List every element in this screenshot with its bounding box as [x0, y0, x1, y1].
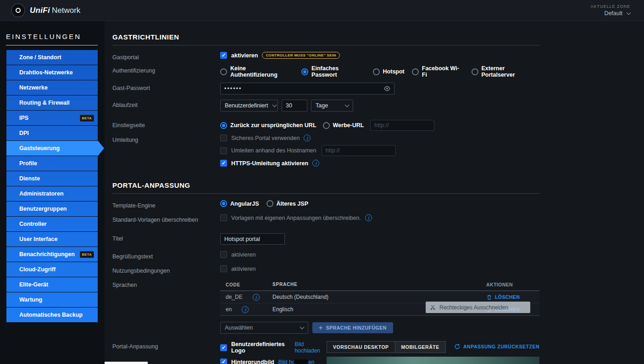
expiry-period-select[interactable]: Tage — [311, 100, 353, 112]
landing-radio-werbe-url[interactable] — [323, 122, 330, 129]
section-title-portal-anpassung: PORTAL-ANPASSUNG — [112, 181, 539, 189]
artifact-cutoff-element — [294, 359, 308, 364]
info-icon[interactable] — [365, 214, 372, 221]
field-label: Gast-Passwort — [112, 83, 220, 91]
portal-preview-image — [327, 357, 539, 364]
secure-portal-checkbox[interactable] — [220, 134, 227, 141]
row-template-engine: Template-Engine AngularJS Älteres JSP — [112, 200, 539, 209]
auth-radio-extern[interactable] — [472, 68, 478, 75]
info-icon[interactable] — [242, 306, 249, 313]
field-label: Umleitung — [112, 134, 220, 143]
row-umleitung: Umleitung Sicheres Portal verwenden Umle… — [112, 134, 539, 170]
reset-icon — [454, 343, 461, 350]
sidebar-item-elite-geraet[interactable]: Elite-Gerät — [6, 277, 98, 292]
sidebar-item-drahtlos-netzwerke[interactable]: Drahtlos-Netzwerke — [6, 65, 98, 80]
app-window: UniFiNetwork AKTUELLE ZONE Default EINST… — [0, 0, 644, 364]
languages-table-header: CODE SPRACHE AKTIONEN — [220, 280, 539, 291]
sidebar-item-dpi[interactable]: DPI — [6, 126, 98, 141]
override-templates-checkbox[interactable] — [220, 214, 227, 221]
field-label: Portal-Anpassung — [112, 341, 220, 350]
preview-mobile-button[interactable]: MOBILGERÄTE — [395, 341, 446, 353]
gastportal-checkbox[interactable] — [220, 52, 227, 59]
info-icon[interactable] — [304, 134, 311, 141]
sidebar-item-benutzergruppen[interactable]: Benutzergruppen — [6, 202, 98, 217]
field-label: Sprachen — [112, 280, 220, 288]
hostname-input[interactable] — [322, 145, 396, 156]
template-radio-jsp[interactable] — [266, 200, 273, 207]
hostname-redirect-checkbox[interactable] — [220, 147, 227, 154]
sidebar-item-zone-standort[interactable]: Zone / Standort — [6, 50, 98, 65]
expiry-unit-select[interactable]: Benutzerdefiniert — [220, 100, 278, 112]
field-label: Gastportal — [112, 52, 220, 61]
delete-language-button[interactable]: LÖSCHEN — [486, 294, 539, 300]
sidebar-item-ips[interactable]: IPSBETA — [6, 111, 98, 126]
guest-password-input[interactable] — [220, 83, 394, 95]
col-header-aktionen: AKTIONEN — [486, 282, 539, 287]
trash-icon — [486, 294, 492, 300]
preview-toggle: VORSCHAU DESKTOP MOBILGERÄTE — [327, 341, 446, 353]
sidebar-item-netzwerke[interactable]: Netzwerke — [6, 80, 98, 95]
terms-checkbox[interactable] — [220, 265, 227, 272]
row-titel: Titel — [112, 233, 539, 245]
background-image-checkbox[interactable] — [220, 358, 227, 364]
zone-value: Default — [604, 10, 622, 17]
sidebar-item-profile[interactable]: Profile — [6, 156, 98, 171]
reset-customization-button[interactable]: ANPASSUNG ZURÜCKSETZEN — [454, 343, 539, 350]
topbar: UniFiNetwork AKTUELLE ZONE Default — [0, 0, 644, 21]
sidebar-item-routing-firewall[interactable]: Routing & Firewall — [6, 95, 98, 111]
template-radio-angularjs[interactable] — [220, 200, 227, 207]
auth-radio-hotspot[interactable] — [373, 68, 380, 75]
sidebar-item-wartung[interactable]: Wartung — [6, 292, 98, 308]
auth-radio-passwort[interactable] — [301, 68, 308, 75]
sidebar-item-benachrichtigungen[interactable]: BenachrichtigungenBETA — [6, 247, 98, 262]
expiry-value-input[interactable] — [282, 100, 307, 112]
werbe-url-input[interactable] — [370, 120, 434, 131]
sidebar-item-user-interface[interactable]: User Interface — [6, 232, 98, 247]
preview-desktop-button[interactable]: VORSCHAU DESKTOP — [327, 341, 395, 353]
section-title-gastrichtlinien: GASTRICHTLINIEN — [112, 33, 539, 41]
row-portal-anpassung: Portal-Anpassung Benutzerdefiniertes Log… — [112, 341, 539, 364]
brand-primary: UniFi — [30, 6, 50, 15]
eye-icon[interactable] — [383, 85, 391, 94]
field-label: Nutzungsbedingungen — [112, 265, 220, 274]
info-icon[interactable] — [312, 160, 319, 167]
sidebar-item-controller[interactable]: Controller — [6, 217, 98, 232]
gastportal-checkbox-label: aktivieren — [231, 52, 258, 59]
sidebar-nav: Zone / Standort Drahtlos-Netzwerke Netzw… — [6, 50, 98, 323]
chevron-down-icon — [272, 103, 277, 107]
zone-selector: AKTUELLE ZONE Default — [590, 4, 630, 17]
row-begruessungstext: Begrüßungstext aktivieren — [112, 251, 539, 260]
sidebar-item-cloud-zugriff[interactable]: Cloud-Zugriff — [6, 262, 98, 277]
language-select[interactable]: Auswählen — [220, 322, 308, 334]
portal-title-input[interactable] — [220, 233, 285, 245]
plus-icon: + — [319, 325, 323, 331]
section-divider — [112, 193, 539, 194]
https-redirect-checkbox[interactable] — [220, 160, 227, 167]
welcome-text-checkbox[interactable] — [220, 251, 227, 258]
sidebar-item-automatisches-backup[interactable]: Automatisches Backup — [6, 308, 98, 323]
auth-radio-facebook[interactable] — [412, 68, 419, 75]
row-ablaufzeit: Ablaufzeit Benutzerdefiniert Tage — [112, 100, 539, 112]
col-header-sprache: SPRACHE — [272, 282, 486, 287]
chevron-down-icon — [300, 325, 305, 330]
sidebar-item-dienste[interactable]: Dienste — [6, 171, 98, 186]
snip-tooltip-label: Rechteckiges Ausschneiden — [439, 304, 508, 311]
settings-sidebar: EINSTELLUNGEN Zone / Standort Drahtlos-N… — [0, 21, 105, 364]
unifi-logo-icon — [12, 4, 24, 17]
row-gastportal: Gastportal aktivieren CONTROLLER MUSS "O… — [112, 52, 539, 61]
add-language-button[interactable]: +SPRACHE HINZUFÜGEN — [312, 322, 393, 333]
row-nutzungsbedingungen: Nutzungsbedingungen aktivieren — [112, 265, 539, 274]
logo-ring — [16, 8, 21, 13]
sidebar-item-gaststeuerung[interactable]: Gaststeuerung — [6, 141, 98, 156]
info-icon[interactable] — [253, 294, 260, 301]
field-label: Standard-Vorlagen überschreiben — [112, 214, 220, 223]
sidebar-item-administratoren[interactable]: Administratoren — [6, 186, 98, 202]
custom-logo-checkbox[interactable] — [220, 344, 227, 351]
landing-radio-original-url[interactable] — [220, 122, 227, 129]
auth-radio-keine[interactable] — [220, 68, 227, 75]
snip-tooltip: Rechteckiges Ausschneiden — [426, 302, 530, 313]
field-label: Ablaufzeit — [112, 100, 220, 108]
zone-dropdown[interactable]: Default — [604, 10, 630, 17]
chevron-down-icon — [627, 11, 631, 15]
upload-logo-link[interactable]: Bild hochladen — [294, 341, 326, 354]
